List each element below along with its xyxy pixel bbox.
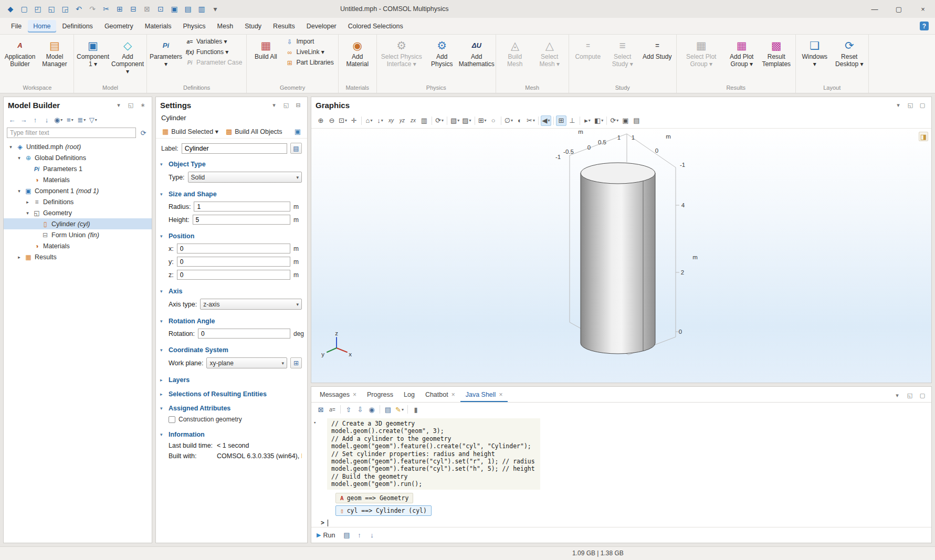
menu-file[interactable]: File <box>6 20 27 33</box>
tab-java-shell[interactable]: Java Shell× <box>460 388 508 402</box>
graphics-context-button[interactable]: ◨ <box>919 132 928 141</box>
menu-developer[interactable]: Developer <box>301 20 342 33</box>
show-menu-button[interactable]: ◉▾ <box>53 114 64 125</box>
detach-panel-icon[interactable]: ◱ <box>281 100 291 110</box>
menu-materials[interactable]: Materials <box>140 20 177 33</box>
scroll-to-top-button[interactable]: ⇧ <box>343 404 354 415</box>
collapse-arrow-icon[interactable]: ▾ <box>16 188 22 194</box>
ribbon-add-study[interactable]: =Add Study <box>640 37 674 76</box>
menu-study[interactable]: Study <box>239 20 267 33</box>
stop-execution-button[interactable]: ▮ <box>411 404 421 415</box>
input-height[interactable] <box>193 215 290 225</box>
label-input[interactable] <box>182 143 287 154</box>
tree-item-component-1-mod-1[interactable]: ▾▣Component 1(mod 1) <box>4 185 152 196</box>
expand-menu-button[interactable]: ≡▾ <box>65 114 75 125</box>
menu-colored-selections[interactable]: Colored Selections <box>343 20 408 33</box>
select-entities-icon[interactable]: ▸▾ <box>582 115 593 126</box>
delete-button[interactable]: ⊡ <box>154 3 167 15</box>
create-work-plane-button[interactable]: ⊞ <box>290 357 302 368</box>
forward-button[interactable]: → <box>18 114 29 125</box>
back-button[interactable]: ← <box>7 114 17 125</box>
tree-item-form-union-fin[interactable]: ⊟Form Union(fin) <box>4 229 152 240</box>
ribbon-model-manager[interactable]: ▤Model Manager <box>38 37 71 76</box>
tree-item-materials[interactable]: ◑Materials <box>4 174 152 185</box>
show-axes-icon[interactable]: ⊥ <box>567 115 577 126</box>
tab-messages[interactable]: Messages× <box>314 388 362 402</box>
menu-home[interactable]: Home <box>28 20 56 33</box>
ribbon-windows[interactable]: ❏Windows ▾ <box>798 37 832 76</box>
update-view-icon[interactable]: ⟳▾ <box>609 115 619 126</box>
ribbon-result-templates[interactable]: ▩Result Templates <box>760 37 793 76</box>
tree-item-cylinder-cyl[interactable]: ▯Cylinder(cyl) <box>4 218 152 229</box>
build-selected-button[interactable]: ▦ Build Selected ▾ <box>159 126 222 137</box>
ribbon-add-plot-group[interactable]: ▦Add Plot Group ▾ <box>725 37 759 76</box>
tree-item-materials[interactable]: ◑Materials <box>4 240 152 251</box>
refresh-plot-icon[interactable]: ⟳▾ <box>434 115 445 126</box>
graphics-menu-icon[interactable]: ▾ <box>894 100 903 110</box>
result-cyl-cylinder-cyl[interactable]: ▯cyl ==> Cylinder (cyl) <box>335 505 432 516</box>
menu-geometry[interactable]: Geometry <box>99 20 139 33</box>
zoom-box-icon[interactable]: ⊡▾ <box>338 115 348 126</box>
view-zx-icon[interactable]: zx <box>408 115 418 126</box>
hide-selected-icon[interactable]: ∅▾ <box>503 115 514 126</box>
shell-variables-button[interactable]: a= <box>327 404 338 415</box>
refresh-tree-button[interactable]: ⟳ <box>138 128 149 138</box>
collapse-arrow-icon[interactable]: ▾ <box>8 144 14 150</box>
maximize-button[interactable]: ▢ <box>887 0 911 18</box>
go-to-default-view-icon[interactable]: ⌂▾ <box>364 115 374 126</box>
ribbon-add-component[interactable]: ◇Add Component ▾ <box>111 37 144 77</box>
close-tab-icon[interactable]: × <box>353 391 356 398</box>
ribbon-part-libraries[interactable]: ⊞Part Libraries <box>283 58 335 68</box>
section-header-rotation-angle[interactable]: ▾Rotation Angle <box>156 313 307 327</box>
save-button[interactable]: ◱ <box>45 3 58 15</box>
tree-item-untitled-mph-root[interactable]: ▾◈Untitled.mph(root) <box>4 141 152 152</box>
scene-light-icon[interactable]: ◀▾ <box>541 115 551 126</box>
maximize-panel-icon[interactable]: ▢ <box>918 390 927 400</box>
expand-arrow-icon[interactable]: ▸ <box>25 199 30 205</box>
mesh-shortcut-button[interactable]: ▤ <box>182 3 194 15</box>
copy-button[interactable]: ⊞ <box>113 3 126 15</box>
tree-item-global-definitions[interactable]: ▾⊕Global Definitions <box>4 152 152 163</box>
panel-menu-icon[interactable]: ▾ <box>892 390 902 400</box>
ribbon-livelink[interactable]: ∞LiveLink ▾ <box>283 47 326 57</box>
print-icon[interactable]: ▤ <box>631 115 642 126</box>
ribbon-add-mathematics[interactable]: ΔUAdd Mathematics <box>460 37 493 76</box>
build-all-objects-button[interactable]: ▩ Build All Objects <box>223 126 286 137</box>
java-shell-body[interactable]: ▾ // Create a 3D geometrymodel.geom().cr… <box>311 416 931 527</box>
syntax-highlight-button[interactable]: ✎▾ <box>394 404 405 415</box>
ribbon-build-all[interactable]: ▦Build All <box>249 37 282 76</box>
tree-item-parameters-1[interactable]: PiParameters 1 <box>4 163 152 174</box>
section-header-size-and-shape[interactable]: ▾Size and Shape <box>156 186 307 200</box>
collapse-arrow-icon[interactable]: ▾ <box>16 155 22 161</box>
duplicate-button[interactable]: ⊟ <box>127 3 140 15</box>
input-radius[interactable] <box>194 202 290 212</box>
result-geom-geometry[interactable]: Ageom ==> Geometry <box>335 493 413 503</box>
model-builder-menu-icon[interactable]: ▾ <box>114 100 123 110</box>
orientation-icon[interactable]: ↓▾ <box>375 115 385 126</box>
menu-results[interactable]: Results <box>268 20 300 33</box>
color-theme-icon[interactable]: ◧▾ <box>593 115 604 126</box>
expand-arrow-icon[interactable]: ▸ <box>16 255 22 260</box>
select-box-icon[interactable]: ⊞▾ <box>477 115 488 126</box>
ribbon-import[interactable]: ⇩Import <box>283 37 316 47</box>
input-x[interactable] <box>177 244 290 253</box>
customize-toolbar-button[interactable]: ▾ <box>209 3 222 15</box>
close-tab-icon[interactable]: × <box>451 391 455 398</box>
input-rotation[interactable] <box>198 329 290 339</box>
paste-button[interactable]: ⊠ <box>141 3 153 15</box>
scroll-to-bottom-button[interactable]: ⇩ <box>355 404 365 415</box>
select-work-plane[interactable]: xy-plane▾ <box>206 357 287 368</box>
geometry-objects-button[interactable]: ▣ <box>291 126 304 137</box>
ribbon-parameters[interactable]: PiParameters ▾ <box>149 37 183 76</box>
view-yz-icon[interactable]: yz <box>397 115 407 126</box>
snapshot-icon[interactable]: ▣ <box>620 115 631 126</box>
menu-definitions[interactable]: Definitions <box>57 20 98 33</box>
environment-icon[interactable]: ▨▾ <box>461 115 472 126</box>
checkbox-construction-geometry[interactable] <box>169 416 175 423</box>
section-header-axis[interactable]: ▾Axis <box>156 283 307 298</box>
section-header-layers[interactable]: ▸Layers <box>156 372 307 386</box>
view-xy-icon[interactable]: xy <box>386 115 396 126</box>
show-grid-icon[interactable]: ⊞ <box>556 115 566 126</box>
section-header-object-type[interactable]: ▾Object Type <box>156 156 307 171</box>
ribbon-functions[interactable]: f(x)Functions ▾ <box>184 47 230 57</box>
